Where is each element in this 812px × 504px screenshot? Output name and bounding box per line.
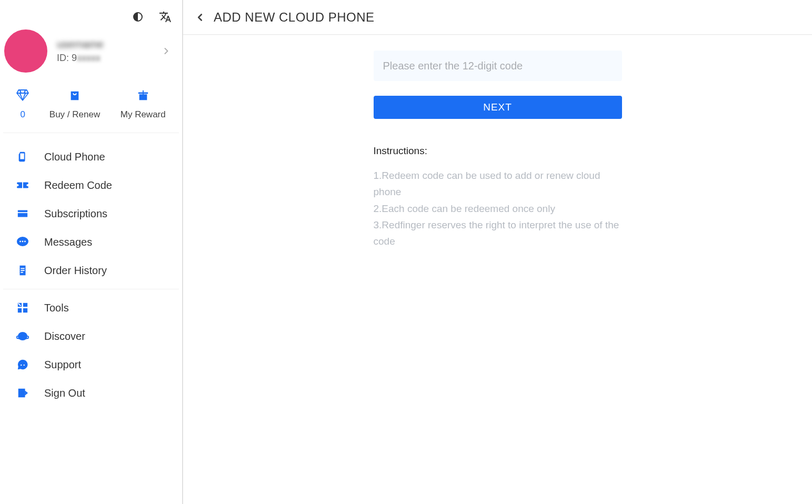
sidebar-item-cloud-phone[interactable]: Cloud Phone bbox=[0, 143, 182, 171]
sidebar-item-redeem-code[interactable]: Redeem Code bbox=[0, 171, 182, 199]
sidebar-item-sign-out[interactable]: Sign Out bbox=[0, 379, 182, 407]
chevron-right-icon bbox=[161, 46, 172, 56]
sidebar-item-label: Redeem Code bbox=[44, 179, 112, 191]
shopping-bag-icon bbox=[69, 88, 81, 102]
svg-point-1 bbox=[19, 241, 21, 243]
instructions-title: Instructions: bbox=[374, 145, 622, 157]
action-row: 0 Buy / Renew My Reward bbox=[3, 78, 179, 133]
chat-icon bbox=[16, 235, 29, 249]
svg-point-3 bbox=[24, 241, 26, 243]
sidebar-item-label: Subscriptions bbox=[44, 208, 107, 220]
content: NEXT Instructions: 1.Redeem code can be … bbox=[183, 35, 812, 504]
sidebar-item-label: Cloud Phone bbox=[44, 151, 105, 163]
profile-row[interactable]: username ID: 9xxxxx bbox=[0, 26, 182, 78]
language-icon[interactable] bbox=[159, 11, 172, 23]
svg-rect-9 bbox=[18, 308, 22, 313]
username: username bbox=[57, 38, 104, 51]
sidebar-item-support[interactable]: Support bbox=[0, 350, 182, 379]
sidebar-item-messages[interactable]: Messages bbox=[0, 228, 182, 256]
sidebar-item-order-history[interactable]: Order History bbox=[0, 256, 182, 285]
sidebar-item-tools[interactable]: Tools bbox=[0, 294, 182, 322]
redeem-code-input[interactable] bbox=[374, 51, 622, 81]
planet-icon bbox=[16, 329, 29, 343]
sidebar-item-subscriptions[interactable]: Subscriptions bbox=[0, 199, 182, 228]
svg-rect-8 bbox=[23, 303, 27, 307]
action-reward[interactable]: My Reward bbox=[121, 88, 166, 120]
instructions: Instructions: 1.Redeem code can be used … bbox=[374, 145, 622, 250]
action-buy-renew[interactable]: Buy / Renew bbox=[49, 88, 100, 120]
sidebar-item-label: Order History bbox=[44, 265, 107, 277]
nav-separator bbox=[3, 289, 179, 289]
tools-icon bbox=[16, 301, 29, 315]
svg-point-2 bbox=[22, 241, 24, 243]
sidebar-item-discover[interactable]: Discover bbox=[0, 322, 182, 350]
card-icon bbox=[16, 207, 29, 220]
sign-out-icon bbox=[16, 386, 29, 400]
svg-rect-10 bbox=[23, 308, 27, 313]
user-id: ID: 9xxxxx bbox=[57, 53, 104, 64]
sidebar-item-label: Support bbox=[44, 359, 81, 371]
action-buy-label: Buy / Renew bbox=[49, 109, 100, 120]
instruction-item: 2.Each code can be redeemed once only bbox=[374, 200, 622, 217]
nav: Cloud Phone Redeem Code Subscriptions Me… bbox=[0, 133, 182, 407]
sidebar-item-label: Messages bbox=[44, 236, 92, 248]
header: ADD NEW CLOUD PHONE bbox=[183, 0, 812, 35]
diamond-icon bbox=[16, 88, 29, 102]
svg-rect-6 bbox=[21, 272, 23, 273]
instruction-item: 3.Redfinger reserves the right to interp… bbox=[374, 217, 622, 250]
sidebar: username ID: 9xxxxx 0 Buy / Renew My bbox=[0, 0, 183, 504]
action-reward-label: My Reward bbox=[121, 109, 166, 120]
svg-rect-4 bbox=[21, 268, 24, 269]
back-button[interactable] bbox=[189, 7, 210, 28]
profile-text: username ID: 9xxxxx bbox=[57, 38, 104, 64]
sidebar-item-label: Sign Out bbox=[44, 387, 85, 399]
sidebar-top-icons bbox=[0, 5, 182, 26]
phone-icon bbox=[16, 150, 29, 164]
page-title: ADD NEW CLOUD PHONE bbox=[214, 10, 375, 25]
avatar bbox=[4, 29, 47, 73]
action-balance[interactable]: 0 bbox=[16, 88, 29, 120]
svg-rect-5 bbox=[21, 270, 24, 271]
sidebar-item-label: Discover bbox=[44, 330, 85, 342]
action-balance-label: 0 bbox=[21, 109, 25, 120]
gift-icon bbox=[137, 88, 149, 102]
instruction-item: 1.Redeem code can be used to add or rene… bbox=[374, 167, 622, 200]
clipboard-icon bbox=[16, 264, 29, 277]
support-icon bbox=[16, 358, 29, 371]
theme-toggle-icon[interactable] bbox=[132, 11, 144, 23]
sidebar-item-label: Tools bbox=[44, 302, 69, 314]
next-button[interactable]: NEXT bbox=[374, 96, 622, 119]
svg-point-13 bbox=[21, 365, 22, 366]
svg-point-14 bbox=[24, 365, 25, 366]
main: ADD NEW CLOUD PHONE NEXT Instructions: 1… bbox=[183, 0, 812, 504]
ticket-icon bbox=[16, 178, 29, 192]
